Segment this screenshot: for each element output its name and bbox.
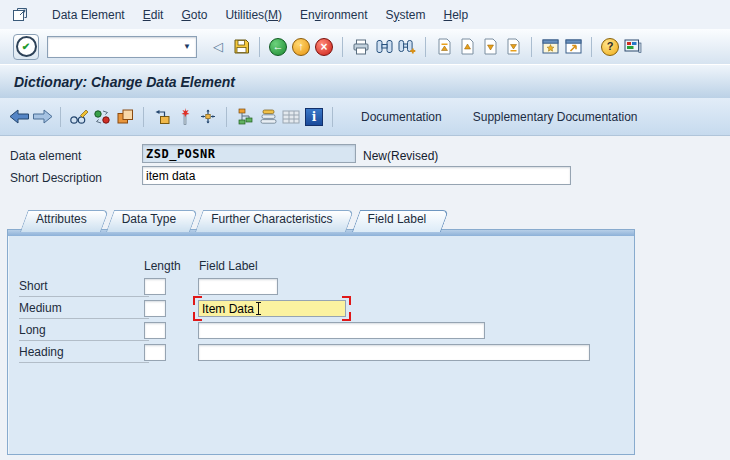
next-page-icon[interactable]	[479, 36, 501, 58]
field-label-input-medium[interactable]	[198, 300, 346, 317]
length-input-heading[interactable]	[144, 344, 166, 361]
tab-attributes[interactable]: Attributes	[20, 210, 101, 232]
toolbar-separator	[342, 37, 343, 57]
row-label-heading: Heading	[19, 344, 149, 363]
menu-utilities-m[interactable]: Utilities(M)	[225, 8, 282, 22]
standard-toolbar: ✔ ▼ ◁←↑×?	[0, 29, 730, 65]
data-element-label: Data element	[10, 149, 81, 163]
tab-strip: AttributesData TypeFurther Characteristi…	[20, 210, 440, 230]
menu-help[interactable]: Help	[444, 8, 469, 22]
find-next-icon[interactable]	[396, 36, 418, 58]
toolbar-separator	[60, 107, 61, 127]
menu-bar: Data ElementEditGotoUtilities(M)Environm…	[0, 0, 730, 30]
data-element-input[interactable]	[142, 144, 356, 163]
title-bar: Dictionary: Change Data Element	[0, 64, 730, 99]
menu-data-element[interactable]: Data Element	[52, 8, 125, 22]
tab-label: Data Type	[122, 212, 176, 226]
display-change-icon[interactable]	[68, 106, 90, 128]
cancel-icon[interactable]: ×	[313, 36, 335, 58]
menu-items: Data ElementEditGotoUtilities(M)Environm…	[52, 8, 468, 22]
customize-local-layout-icon[interactable]	[622, 36, 644, 58]
command-input[interactable]	[48, 40, 178, 54]
toolbar-separator	[259, 37, 260, 57]
documentation-button[interactable]: Documentation	[352, 107, 451, 127]
field-label-input-short[interactable]	[198, 278, 278, 295]
menu-goto[interactable]: Goto	[181, 8, 207, 22]
grid-display-icon[interactable]	[280, 106, 302, 128]
back-icon[interactable]: ←	[267, 36, 289, 58]
tab-further-characteristics[interactable]: Further Characteristics	[195, 210, 346, 232]
sap-gui-window: Data ElementEditGotoUtilities(M)Environm…	[0, 0, 730, 460]
where-used-list-icon[interactable]	[151, 106, 173, 128]
toolbar-separator	[143, 107, 144, 127]
page-title: Dictionary: Change Data Element	[14, 74, 235, 90]
command-dropdown-icon[interactable]: ▼	[178, 42, 196, 51]
tab-field-label[interactable]: Field Label	[352, 210, 441, 232]
field-label-tab-panel: Length Field Label ShortMediumLongHeadin…	[7, 229, 635, 455]
hide-command-field-icon[interactable]: ◁	[207, 36, 229, 58]
status-text: New(Revised)	[363, 149, 438, 163]
menu-system[interactable]: System	[385, 8, 425, 22]
activate-icon[interactable]	[174, 106, 196, 128]
copy-object-icon[interactable]	[114, 106, 136, 128]
help-icon[interactable]: ?	[599, 36, 621, 58]
exit-icon[interactable]: ↑	[290, 36, 312, 58]
object-list-icon[interactable]	[257, 106, 279, 128]
application-toolbar-icons: iDocumentationSupplementary Documentatio…	[8, 106, 646, 128]
hierarchy-display-icon[interactable]	[234, 106, 256, 128]
toolbar-separator	[591, 37, 592, 57]
length-input-long[interactable]	[144, 322, 166, 339]
system-menu-icon[interactable]	[10, 6, 30, 24]
toolbar-separator	[332, 107, 333, 127]
short-description-label: Short Description	[10, 171, 102, 185]
length-input-short[interactable]	[144, 278, 166, 295]
focused-field-wrap	[198, 300, 346, 317]
row-label-short: Short	[19, 278, 149, 297]
toolbar-separator	[531, 37, 532, 57]
tab-data-type[interactable]: Data Type	[106, 210, 190, 232]
supplementary-documentation-button[interactable]: Supplementary Documentation	[464, 107, 647, 127]
focus-corner	[193, 296, 202, 305]
length-input-medium[interactable]	[144, 300, 166, 317]
previous-page-icon[interactable]	[456, 36, 478, 58]
row-label-long: Long	[19, 322, 149, 341]
create-shortcut-icon[interactable]	[562, 36, 584, 58]
enter-check-icon: ✔	[16, 36, 37, 57]
new-session-icon[interactable]	[539, 36, 561, 58]
length-column-header: Length	[144, 259, 181, 273]
command-field[interactable]: ▼	[47, 36, 197, 58]
focus-corner	[193, 312, 202, 321]
enter-button[interactable]: ✔	[13, 34, 39, 60]
field-label-input-long[interactable]	[198, 322, 485, 339]
focus-corner	[342, 296, 351, 305]
next-screen-icon[interactable]	[31, 106, 53, 128]
row-label-medium: Medium	[19, 300, 149, 319]
save-icon[interactable]	[230, 36, 252, 58]
find-icon[interactable]	[373, 36, 395, 58]
first-page-icon[interactable]	[433, 36, 455, 58]
field-label-column-header: Field Label	[199, 259, 258, 273]
field-label-input-heading[interactable]	[198, 344, 590, 361]
information-icon[interactable]: i	[303, 106, 325, 128]
menu-edit[interactable]: Edit	[143, 8, 164, 22]
standard-toolbar-icons: ◁←↑×?	[207, 36, 644, 58]
last-page-icon[interactable]	[502, 36, 524, 58]
refresh-icon[interactable]	[91, 106, 113, 128]
tab-label: Field Label	[368, 212, 427, 226]
print-icon[interactable]	[350, 36, 372, 58]
focus-corner	[342, 312, 351, 321]
distribution-icon[interactable]	[197, 106, 219, 128]
tab-label: Attributes	[36, 212, 87, 226]
menu-environment[interactable]: Environment	[300, 8, 367, 22]
toolbar-separator	[226, 107, 227, 127]
previous-screen-icon[interactable]	[8, 106, 30, 128]
tab-label: Further Characteristics	[211, 212, 332, 226]
application-toolbar: iDocumentationSupplementary Documentatio…	[0, 98, 730, 136]
short-description-input[interactable]	[142, 166, 571, 185]
toolbar-separator	[425, 37, 426, 57]
